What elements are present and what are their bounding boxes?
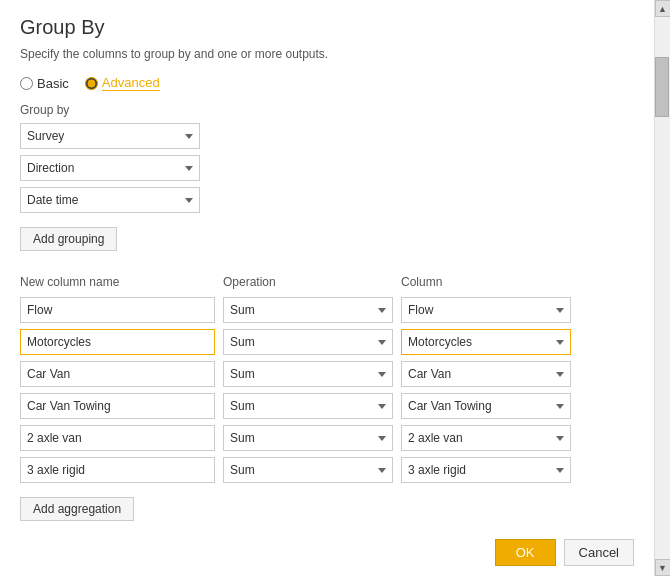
agg-name-input[interactable] xyxy=(20,297,215,323)
group-by-select-1[interactable]: Survey Direction Date time xyxy=(20,155,200,181)
basic-radio[interactable] xyxy=(20,77,33,90)
advanced-radio-label: Advanced xyxy=(102,75,160,91)
aggregation-row: SumAverageMinMaxCountCount DistinctAll R… xyxy=(20,457,634,483)
agg-name-input[interactable] xyxy=(20,393,215,419)
column-header: Column xyxy=(401,275,571,289)
agg-column-select[interactable]: FlowMotorcyclesCar VanCar Van Towing2 ax… xyxy=(401,457,571,483)
basic-radio-label: Basic xyxy=(37,76,69,91)
agg-column-select[interactable]: FlowMotorcyclesCar VanCar Van Towing2 ax… xyxy=(401,361,571,387)
add-grouping-button[interactable]: Add grouping xyxy=(20,227,117,251)
basic-radio-option[interactable]: Basic xyxy=(20,76,69,91)
aggregation-row: SumAverageMinMaxCountCount DistinctAll R… xyxy=(20,393,634,419)
advanced-radio-option[interactable]: Advanced xyxy=(85,75,160,91)
aggregation-row: SumAverageMinMaxCountCount DistinctAll R… xyxy=(20,361,634,387)
agg-name-input[interactable] xyxy=(20,329,215,355)
mode-radio-group: Basic Advanced xyxy=(20,75,634,91)
page-title: Group By xyxy=(20,16,634,39)
scroll-track[interactable] xyxy=(655,17,670,559)
agg-operation-select[interactable]: SumAverageMinMaxCountCount DistinctAll R… xyxy=(223,361,393,387)
dialog-content: Group By Specify the columns to group by… xyxy=(0,0,654,576)
columns-headers: New column name Operation Column xyxy=(20,275,634,289)
add-aggregation-button[interactable]: Add aggregation xyxy=(20,497,134,521)
aggregation-rows: SumAverageMinMaxCountCount DistinctAll R… xyxy=(20,297,634,483)
scroll-up-button[interactable]: ▲ xyxy=(655,0,671,17)
ok-button[interactable]: OK xyxy=(495,539,556,566)
new-col-header: New column name xyxy=(20,275,215,289)
agg-operation-select[interactable]: SumAverageMinMaxCountCount DistinctAll R… xyxy=(223,329,393,355)
agg-operation-select[interactable]: SumAverageMinMaxCountCount DistinctAll R… xyxy=(223,297,393,323)
agg-operation-select[interactable]: SumAverageMinMaxCountCount DistinctAll R… xyxy=(223,425,393,451)
cancel-button[interactable]: Cancel xyxy=(564,539,634,566)
group-by-row-0: Survey Direction Date time xyxy=(20,123,634,149)
operation-header: Operation xyxy=(223,275,393,289)
agg-column-select[interactable]: FlowMotorcyclesCar VanCar Van Towing2 ax… xyxy=(401,393,571,419)
agg-operation-select[interactable]: SumAverageMinMaxCountCount DistinctAll R… xyxy=(223,457,393,483)
agg-name-input[interactable] xyxy=(20,425,215,451)
aggregation-row: SumAverageMinMaxCountCount DistinctAll R… xyxy=(20,297,634,323)
scrollbar[interactable]: ▲ ▼ xyxy=(654,0,670,576)
scroll-down-button[interactable]: ▼ xyxy=(655,559,671,576)
group-by-row-2: Survey Direction Date time xyxy=(20,187,634,213)
subtitle-text: Specify the columns to group by and one … xyxy=(20,47,634,61)
dialog-footer: OK Cancel xyxy=(495,529,634,576)
agg-column-select[interactable]: FlowMotorcyclesCar VanCar Van Towing2 ax… xyxy=(401,297,571,323)
columns-section: New column name Operation Column SumAver… xyxy=(20,275,634,521)
agg-column-select[interactable]: FlowMotorcyclesCar VanCar Van Towing2 ax… xyxy=(401,425,571,451)
agg-column-select[interactable]: FlowMotorcyclesCar VanCar Van Towing2 ax… xyxy=(401,329,571,355)
agg-name-input[interactable] xyxy=(20,457,215,483)
group-by-select-2[interactable]: Survey Direction Date time xyxy=(20,187,200,213)
group-by-row-1: Survey Direction Date time xyxy=(20,155,634,181)
aggregation-row: SumAverageMinMaxCountCount DistinctAll R… xyxy=(20,329,634,355)
advanced-radio[interactable] xyxy=(85,77,98,90)
agg-name-input[interactable] xyxy=(20,361,215,387)
group-by-select-0[interactable]: Survey Direction Date time xyxy=(20,123,200,149)
agg-operation-select[interactable]: SumAverageMinMaxCountCount DistinctAll R… xyxy=(223,393,393,419)
scroll-thumb[interactable] xyxy=(655,57,669,117)
group-by-label: Group by xyxy=(20,103,634,117)
aggregation-row: SumAverageMinMaxCountCount DistinctAll R… xyxy=(20,425,634,451)
